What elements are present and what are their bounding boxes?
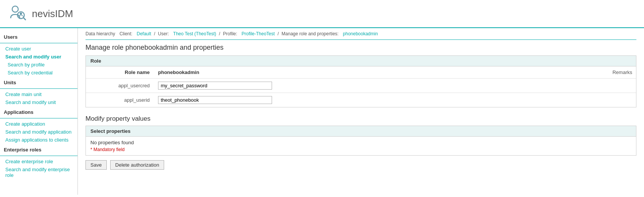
main-layout: Users Create user Search and modify user… [0,28,644,195]
sidebar-item-create-user[interactable]: Create user [0,45,78,53]
main-content: Data hierarchy Client: Default / User: T… [78,28,644,195]
select-properties-box: Select properties No properties found * … [85,126,636,156]
role-table: Role name phonebookadmin Remarks appl_us… [86,66,636,107]
sidebar-item-search-credential[interactable]: Search by credential [0,69,78,77]
delete-authorization-button[interactable]: Delete authorization [110,160,164,170]
breadcrumb-client-label: Client: [119,31,132,36]
role-table-appl-userid-row: appl_userid [86,93,636,107]
appl-userid-value [154,93,636,107]
sidebar-section-applications: Applications [0,106,78,117]
sidebar-item-search-modify-user[interactable]: Search and modify user [0,53,78,61]
sidebar: Users Create user Search and modify user… [0,28,78,195]
sidebar-item-create-main-unit[interactable]: Create main unit [0,90,78,98]
select-properties-body: No properties found * Mandatory field [86,137,636,155]
action-buttons: Save Delete authorization [85,160,636,170]
appl-userid-label: appl_userid [86,93,154,107]
no-properties-text: No properties found [90,140,631,145]
sidebar-item-assign-applications[interactable]: Assign applications to clients [0,136,78,144]
appl-usercred-value [154,79,636,93]
sidebar-section-users: Users [0,31,78,41]
page-title: Manage role phonebookadmin and propertie… [85,44,636,52]
sidebar-section-units: Units [0,77,78,87]
svg-line-2 [24,18,26,20]
sidebar-item-search-modify-application[interactable]: Search and modify application [0,128,78,136]
sidebar-item-search-modify-enterprise-role[interactable]: Search and modify enterprise role [0,165,78,179]
breadcrumb: Data hierarchy Client: Default / User: T… [85,28,636,40]
role-table-header-row: Role name phonebookadmin Remarks [86,66,636,79]
appl-userid-input[interactable] [158,96,272,104]
breadcrumb-manage-link[interactable]: phonebookadmin [343,31,378,36]
role-section-body: Role name phonebookadmin Remarks appl_us… [86,66,636,107]
logo-icon [8,4,27,24]
role-section-header: Role [86,56,636,66]
sidebar-item-search-modify-unit[interactable]: Search and modify unit [0,98,78,106]
svg-point-0 [12,6,18,12]
breadcrumb-manage-label: Manage role and properties: [282,31,339,36]
app-header: nevisIDM [0,0,644,28]
appl-usercred-label: appl_usercred [86,79,154,93]
save-button[interactable]: Save [85,160,107,170]
sidebar-divider-users [0,43,78,43]
sidebar-divider-enterprise-roles [0,156,78,156]
sidebar-item-create-enterprise-role[interactable]: Create enterprise role [0,158,78,165]
breadcrumb-client-link[interactable]: Default [137,31,151,36]
modify-title: Modify property values [85,113,636,123]
sidebar-divider-units [0,88,78,89]
breadcrumb-profile-label: Profile: [223,31,237,36]
breadcrumb-user-label: User: [158,31,169,36]
role-section: Role Role name phonebookadmin Remarks ap… [85,55,636,107]
breadcrumb-profile-link[interactable]: Profile-TheoTest [242,31,275,36]
sidebar-section-enterprise-roles: Enterprise roles [0,144,78,154]
role-name-label: Role name [86,66,154,79]
breadcrumb-user-link[interactable]: Theo Test (TheoTest) [173,31,216,36]
sidebar-item-create-application[interactable]: Create application [0,120,78,128]
logo-text: nevisIDM [32,8,73,20]
select-properties-header: Select properties [86,126,636,137]
svg-point-3 [20,13,22,15]
breadcrumb-data-hierarchy: Data hierarchy [85,31,115,36]
role-name-value: phonebookadmin [154,66,463,79]
mandatory-note: * Mandatory field [90,147,631,152]
sidebar-divider-applications [0,118,78,118]
remarks-header: Remarks [463,66,636,79]
appl-usercred-input[interactable] [158,82,272,90]
sidebar-item-search-profile[interactable]: Search by profile [0,61,78,69]
role-table-appl-usercred-row: appl_usercred [86,79,636,93]
